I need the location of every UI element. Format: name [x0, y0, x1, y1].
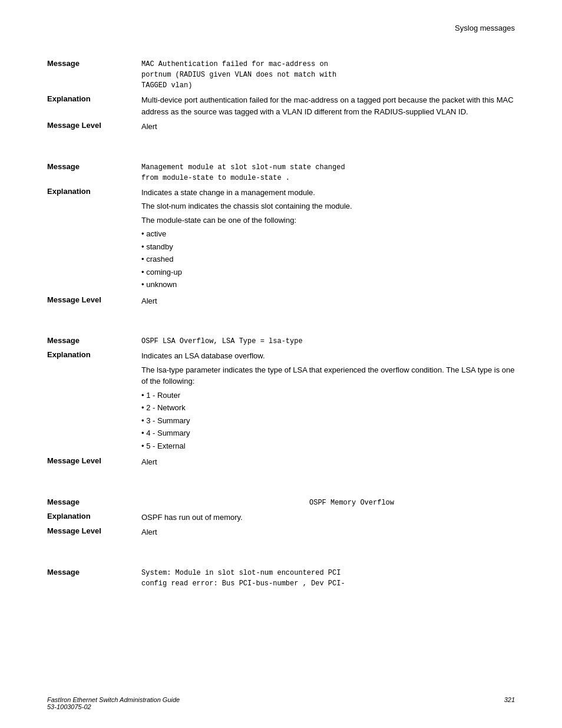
entry-2-explanation-value: Indicates a state change in a management…: [141, 187, 515, 292]
entry-4-explanation-value: OSPF has run out of memory.: [141, 512, 515, 523]
footer-right: 321: [504, 696, 515, 710]
page-footer: FastIron Ethernet Switch Administration …: [47, 696, 515, 710]
list-item: active: [141, 228, 515, 240]
entry-3-explanation-row: Explanation Indicates an LSA database ov…: [47, 350, 515, 453]
entry-5-message-label: Message: [47, 568, 141, 589]
entry-5-message-row: Message System: Module in slot slot-num …: [47, 568, 515, 589]
entry-1: Message MAC Authentication failed for ma…: [47, 59, 515, 133]
entry-1-explanation-row: Explanation Multi-device port authentica…: [47, 94, 515, 117]
entry-2-message-row: Message Management module at slot slot-n…: [47, 162, 515, 183]
entry-3-explanation-value: Indicates an LSA database overflow. The …: [141, 350, 515, 453]
entry-2: Message Management module at slot slot-n…: [47, 162, 515, 307]
entry-1-message-row: Message MAC Authentication failed for ma…: [47, 59, 515, 91]
entry-2-explanation-row: Explanation Indicates a state change in …: [47, 187, 515, 292]
entry-4-level-value: Alert: [141, 526, 515, 538]
entry-1-message-label: Message: [47, 59, 141, 91]
list-item: standby: [141, 241, 515, 253]
list-item: 5 - External: [141, 440, 515, 452]
entry-2-explanation-label: Explanation: [47, 187, 141, 292]
entry-3-explanation-label: Explanation: [47, 350, 141, 453]
entry-1-level-value: Alert: [141, 121, 515, 133]
footer-left: FastIron Ethernet Switch Administration …: [47, 696, 180, 710]
page: Syslog messages Message MAC Authenticati…: [0, 0, 562, 728]
entry-1-explanation-value: Multi-device port authentication failed …: [141, 94, 515, 117]
list-item: unknown: [141, 279, 515, 291]
entry-2-message-label: Message: [47, 162, 141, 183]
entry-4: Message OSPF Memory Overflow Explanation…: [47, 498, 515, 538]
list-item: 2 - Network: [141, 402, 515, 414]
entry-4-explanation-label: Explanation: [47, 512, 141, 523]
entry-3-level-row: Message Level Alert: [47, 456, 515, 468]
entry-5: Message System: Module in slot slot-num …: [47, 568, 515, 589]
page-header: Syslog messages: [455, 24, 515, 32]
entry-2-message-value: Management module at slot slot-num state…: [141, 162, 515, 183]
entry-3-level-label: Message Level: [47, 456, 141, 468]
entry-2-level-value: Alert: [141, 295, 515, 307]
entry-1-message-value: MAC Authentication failed for mac-addres…: [141, 59, 515, 91]
entry-3-explanation-list: 1 - Router 2 - Network 3 - Summary 4 - S…: [141, 390, 515, 452]
list-item: 1 - Router: [141, 390, 515, 401]
list-item: 3 - Summary: [141, 415, 515, 427]
entry-2-explanation-list: active standby crashed coming-up unknown: [141, 228, 515, 291]
entry-3-message-value: OSPF LSA Overflow, LSA Type = lsa-type: [141, 336, 515, 347]
entry-3-level-value: Alert: [141, 456, 515, 468]
list-item: 4 - Summary: [141, 427, 515, 439]
header-title: Syslog messages: [455, 24, 515, 32]
list-item: crashed: [141, 253, 515, 265]
entry-4-explanation-row: Explanation OSPF has run out of memory.: [47, 512, 515, 523]
entry-1-level-row: Message Level Alert: [47, 121, 515, 133]
entry-1-level-label: Message Level: [47, 121, 141, 133]
entry-3-message-row: Message OSPF LSA Overflow, LSA Type = ls…: [47, 336, 515, 347]
list-item: coming-up: [141, 266, 515, 278]
entry-3: Message OSPF LSA Overflow, LSA Type = ls…: [47, 336, 515, 468]
entry-1-explanation-label: Explanation: [47, 94, 141, 117]
entry-3-message-label: Message: [47, 336, 141, 347]
entry-4-message-row: Message OSPF Memory Overflow: [47, 498, 515, 508]
entry-2-level-label: Message Level: [47, 295, 141, 307]
entry-4-level-row: Message Level Alert: [47, 526, 515, 538]
entry-5-message-value: System: Module in slot slot-num encounte…: [141, 568, 515, 589]
entry-4-message-label: Message: [47, 498, 141, 508]
entry-4-message-value: OSPF Memory Overflow: [141, 498, 515, 508]
content-area: Message MAC Authentication failed for ma…: [47, 59, 515, 589]
entry-2-level-row: Message Level Alert: [47, 295, 515, 307]
entry-4-level-label: Message Level: [47, 526, 141, 538]
